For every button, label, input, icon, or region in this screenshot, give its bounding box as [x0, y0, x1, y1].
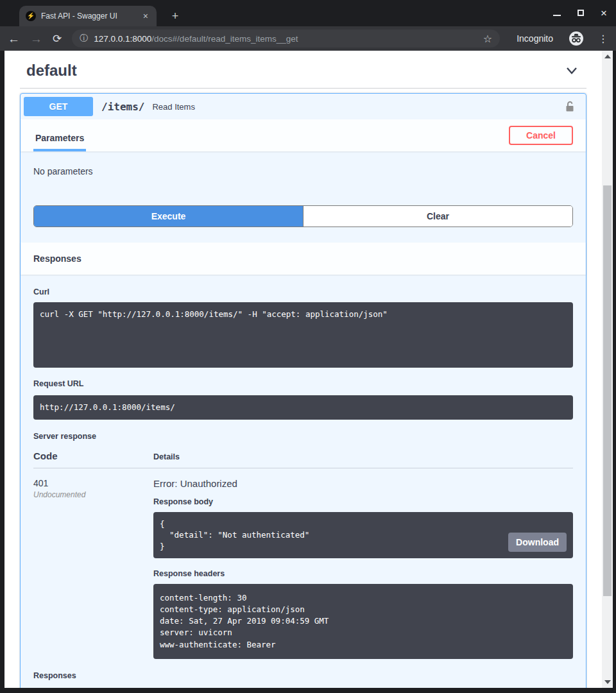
responses-table-label: Responses: [33, 671, 573, 680]
unlocked-padlock-icon: [563, 100, 576, 113]
code-column-header: Code: [33, 450, 153, 461]
scroll-down-icon[interactable]: [602, 678, 613, 687]
response-headers-label: Response headers: [153, 569, 573, 578]
authorize-lock-button[interactable]: [563, 100, 576, 113]
incognito-icon: [569, 31, 584, 46]
response-code: 401: [33, 478, 153, 488]
url-text: 127.0.0.1:8000/docs#/default/read_items_…: [94, 34, 477, 44]
cancel-button[interactable]: Cancel: [509, 126, 573, 145]
page-scrollbar[interactable]: [602, 51, 613, 688]
curl-command-block[interactable]: curl -X GET "http://127.0.0.1:8000/items…: [33, 302, 573, 368]
curl-label: Curl: [33, 287, 573, 296]
details-column-header: Details: [153, 452, 180, 461]
server-response-row: 401 Undocumented Error: Unauthorized Res…: [33, 468, 573, 659]
reload-icon[interactable]: ⟳: [53, 33, 62, 45]
url-host: 127.0.0.1:8000: [94, 34, 151, 44]
minimize-button[interactable]: [553, 15, 561, 16]
parameters-body: No parameters: [21, 151, 586, 189]
url-path: /docs#/default/read_items_items__get: [151, 34, 298, 44]
response-headers-block: content-length: 30 content-type: applica…: [153, 584, 573, 659]
page-title: default: [26, 62, 77, 80]
page-content: default GET /items/ Read Items: [4, 51, 602, 688]
endpoint-summary: Read Items: [152, 102, 194, 112]
maximize-button[interactable]: [578, 10, 584, 16]
new-tab-button[interactable]: +: [167, 8, 184, 24]
download-button[interactable]: Download: [508, 533, 567, 552]
opblock-summary[interactable]: GET /items/ Read Items: [21, 94, 586, 119]
server-response-label: Server response: [33, 432, 573, 441]
browser-menu-icon[interactable]: ⋮: [598, 33, 608, 45]
site-info-icon[interactable]: ⓘ: [80, 33, 88, 44]
clear-button[interactable]: Clear: [303, 206, 572, 227]
endpoint-path: /items/: [101, 101, 144, 113]
no-parameters-text: No parameters: [33, 166, 93, 176]
swagger-page: default GET /items/ Read Items: [4, 51, 613, 688]
http-method-badge: GET: [24, 97, 93, 116]
error-title: Error: Unauthorized: [153, 478, 573, 489]
undocumented-note: Undocumented: [33, 490, 153, 499]
address-bar[interactable]: ⓘ 127.0.0.1:8000/docs#/default/read_item…: [72, 30, 500, 47]
response-body-json: { "detail": "Not authenticated" }: [160, 519, 309, 551]
responses-body: Curl curl -X GET "http://127.0.0.1:8000/…: [21, 275, 586, 688]
browser-toolbar: ← → ⟳ ⓘ 127.0.0.1:8000/docs#/default/rea…: [0, 26, 616, 51]
default-section-header[interactable]: default: [20, 51, 586, 89]
tab-parameters[interactable]: Parameters: [33, 133, 86, 151]
incognito-label: Incognito: [517, 33, 553, 44]
scroll-up-icon[interactable]: [602, 52, 613, 61]
bookmark-star-icon[interactable]: ☆: [483, 33, 492, 45]
parameters-header: Parameters Cancel: [21, 119, 586, 151]
responses-header-label: Responses: [33, 253, 81, 264]
fastapi-favicon-icon: ⚡: [26, 11, 36, 21]
responses-table-header: Code Description Links: [33, 680, 573, 688]
server-response-table-header: Code Details: [33, 441, 573, 468]
opblock-get-items: GET /items/ Read Items Parameters Cance: [20, 93, 586, 688]
tab-title: Fast API - Swagger UI: [41, 12, 136, 21]
response-body-label: Response body: [153, 497, 573, 506]
window-close-button[interactable]: ×: [601, 8, 607, 19]
responses-header: Responses: [21, 243, 586, 275]
execute-button[interactable]: Execute: [34, 206, 303, 227]
forward-icon[interactable]: →: [30, 33, 42, 45]
request-url-label: Request URL: [33, 379, 573, 388]
back-icon[interactable]: ←: [8, 33, 20, 45]
window-controls: ×: [553, 6, 607, 19]
response-body-block: { "detail": "Not authenticated" }Downloa…: [153, 512, 573, 559]
execute-row: Execute Clear: [21, 189, 586, 243]
browser-tab[interactable]: ⚡ Fast API - Swagger UI ×: [19, 6, 157, 26]
tab-bar: ⚡ Fast API - Swagger UI × + ×: [0, 0, 616, 26]
tab-close-icon[interactable]: ×: [141, 11, 150, 21]
chevron-down-icon[interactable]: [565, 64, 579, 78]
browser-window: ⚡ Fast API - Swagger UI × + × ← → ⟳ ⓘ 12…: [0, 0, 616, 693]
scrollbar-thumb[interactable]: [603, 185, 612, 596]
request-url-block: http://127.0.0.1:8000/items/: [33, 395, 573, 420]
